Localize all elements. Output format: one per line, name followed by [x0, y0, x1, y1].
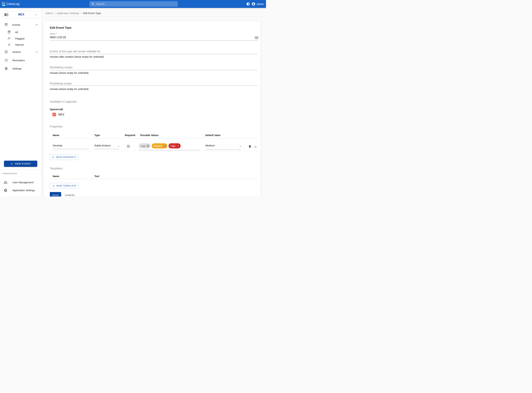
account-circle-icon	[252, 2, 255, 6]
new-property-label: NEW PROPERTY	[56, 156, 76, 158]
properties-header-name: Name	[53, 134, 59, 137]
main-layout: MEX Events All	[0, 8, 266, 196]
new-template-button[interactable]: NEW TEMPLATE	[50, 183, 79, 189]
sidebar: MEX Events All	[0, 8, 41, 196]
save-button[interactable]: SAVE	[50, 192, 61, 196]
star-icon	[7, 43, 11, 46]
chip-remove-icon[interactable]: ✕	[177, 144, 180, 147]
properties-header-divider	[50, 138, 258, 138]
postdating-field-underline[interactable]	[50, 85, 258, 86]
sidebar-item-events[interactable]: Events	[0, 22, 41, 28]
default-value-underline	[205, 150, 241, 150]
sidebar-item-actions[interactable]: Actions	[0, 49, 41, 55]
property-type-underline	[94, 149, 119, 149]
sidebar-item-reminders[interactable]: Reminders	[0, 57, 41, 63]
breadcrumb: Admin / Application Settings / Edit Even…	[45, 12, 101, 15]
property-row-divider	[50, 151, 258, 151]
property-required-checkbox[interactable]	[127, 145, 130, 148]
chip-high: High ✕	[169, 143, 181, 148]
administration-section-title: Administration	[2, 172, 17, 175]
templates-header-text: Text	[94, 175, 99, 178]
sidebar-item-application-settings[interactable]: Application Settings	[0, 187, 41, 193]
chip-low: Low ✕	[139, 143, 150, 148]
delete-property-icon[interactable]	[248, 145, 252, 148]
sidebar-item-all-events[interactable]: All	[0, 29, 41, 35]
templates-divider	[50, 179, 258, 179]
search-bar[interactable]	[89, 1, 178, 7]
check-icon	[53, 113, 55, 116]
cancel-button[interactable]: CANCEL	[63, 192, 77, 196]
sidebar-item-label: Flagged	[15, 37, 24, 40]
dropdown-arrow-icon	[117, 145, 120, 148]
breadcrumb-application-settings[interactable]: Application Settings	[57, 12, 79, 15]
mex-logbook-checkbox-label: MEX	[58, 113, 65, 116]
user-name: Admin	[257, 3, 264, 5]
book-logo-icon	[2, 2, 6, 6]
sidebar-item-label: Reminders	[12, 59, 25, 62]
backdating-field-hint: minutes (leave empty for unlimited)	[50, 72, 89, 74]
sidebar-item-settings[interactable]: Settings	[0, 66, 41, 71]
property-name-field[interactable]	[53, 144, 89, 147]
chip-remove-icon[interactable]: ✕	[146, 144, 149, 147]
chevron-down-icon	[35, 50, 38, 54]
flag-icon	[7, 37, 11, 40]
backdating-field-underline[interactable]	[50, 70, 258, 70]
edit-event-type-card: Edit Event Type Name * Events of this ty…	[43, 21, 261, 196]
drag-handle-icon[interactable]	[254, 145, 257, 148]
sidebar-item-label: Actions	[12, 50, 21, 53]
properties-header-default-value: Default Value	[205, 134, 220, 137]
chip-label: Low	[141, 145, 145, 147]
dropdown-arrow-icon	[239, 145, 242, 148]
breadcrumb-admin[interactable]: Admin	[45, 12, 53, 15]
check-icon	[127, 145, 129, 147]
app-window: CelesLog Admin	[0, 0, 266, 196]
chip-medium: Medium ✕	[152, 143, 167, 148]
templates-header-name: Name	[53, 175, 59, 178]
sidebar-item-label: Starred	[15, 43, 24, 46]
main-content: Admin / Application Settings / Edit Even…	[41, 8, 266, 196]
breadcrumb-separator: /	[55, 12, 55, 15]
sidebar-item-label: Application Settings	[12, 189, 35, 192]
properties-header-possible-values: Possible Values	[140, 134, 159, 137]
new-event-button[interactable]: NEW EVENT	[4, 161, 37, 167]
property-type-select[interactable]: Radio buttons	[94, 144, 111, 147]
possible-values-chips: Low ✕ Medium ✕ High ✕	[139, 143, 181, 148]
search-icon	[92, 2, 95, 5]
properties-section-title: Properties:	[50, 125, 63, 128]
properties-header-required: Required	[125, 134, 135, 137]
sidebar-item-user-management[interactable]: User Management	[0, 179, 41, 185]
contact-card-icon[interactable]	[255, 36, 258, 39]
new-property-button[interactable]: NEW PROPERTY	[50, 154, 78, 160]
chip-label: Medium	[154, 145, 162, 147]
search-input[interactable]	[96, 3, 176, 5]
editable-for-field-label: Events of this type will remain editable…	[50, 50, 100, 53]
mex-logbook-checkbox[interactable]	[52, 113, 56, 116]
sidebar-item-starred[interactable]: Starred	[0, 42, 41, 48]
app-logo[interactable]: CelesLog	[2, 2, 20, 6]
sidebar-item-flagged[interactable]: Flagged	[0, 35, 41, 41]
chevron-right-icon	[34, 13, 37, 16]
sidebar-item-label: All	[15, 31, 18, 34]
plus-icon	[52, 185, 55, 187]
calendar-icon	[7, 30, 11, 34]
app-title: CelesLog	[6, 2, 20, 6]
logbook-selector[interactable]: MEX	[2, 11, 39, 18]
breadcrumb-current-page: Edit Event Type	[83, 12, 101, 15]
gear-icon	[4, 188, 8, 192]
plus-icon	[10, 162, 13, 165]
logbook-name: MEX	[8, 13, 34, 16]
chevron-up-icon	[35, 23, 38, 26]
theme-toggle-icon[interactable]	[246, 2, 250, 6]
properties-header-type: Type	[94, 134, 100, 137]
name-field[interactable]	[50, 36, 247, 39]
default-value-select[interactable]: Medium	[205, 144, 215, 147]
name-field-underline	[50, 40, 258, 41]
property-name-underline	[53, 149, 89, 149]
user-menu[interactable]: Admin	[252, 2, 264, 6]
new-event-label: NEW EVENT	[15, 162, 31, 165]
calendar-icon	[5, 23, 8, 26]
chip-remove-icon[interactable]: ✕	[163, 144, 166, 147]
logbook-group-label: Spacecraft	[50, 108, 63, 111]
chip-label: High	[171, 145, 175, 147]
logbook-icon	[4, 13, 8, 17]
